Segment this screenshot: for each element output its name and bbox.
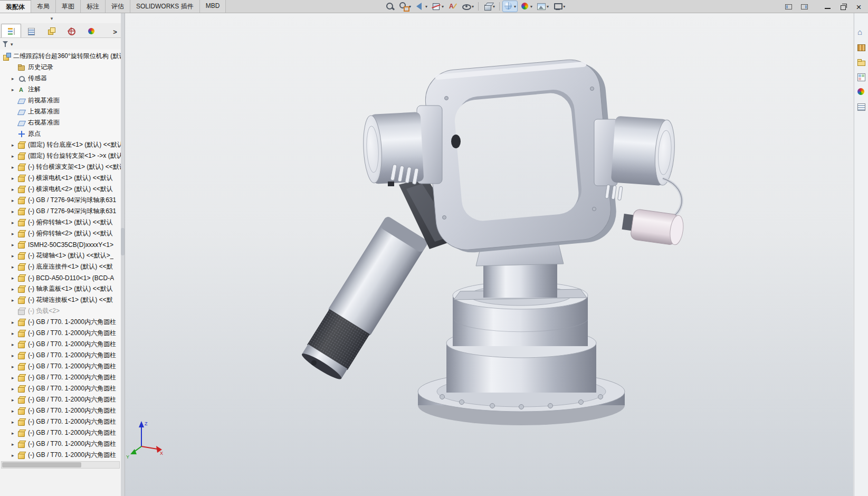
panel-splitter[interactable] bbox=[121, 13, 125, 496]
expand-arrow-icon[interactable] bbox=[12, 220, 18, 225]
tree-item[interactable]: (-) GB / T70. 1-2000内六角圆柱 bbox=[0, 372, 121, 383]
expand-arrow-icon[interactable] bbox=[12, 453, 18, 458]
expand-arrow-icon[interactable] bbox=[12, 320, 18, 325]
panel-tab-displaymanager[interactable] bbox=[81, 24, 101, 37]
expand-arrow-icon[interactable] bbox=[12, 231, 18, 236]
model-left-motor[interactable] bbox=[362, 106, 442, 186]
tree-item[interactable]: (-) GB / T70. 1-2000内六角圆柱 bbox=[0, 416, 121, 427]
filter-dropdown-icon[interactable] bbox=[11, 40, 13, 47]
viewport-3d-model[interactable]: Z X Y bbox=[125, 13, 853, 496]
expand-arrow-icon[interactable] bbox=[12, 397, 18, 403]
tree-item[interactable]: (-) BCD-A50-D110<1> (BCD-A bbox=[0, 272, 121, 283]
custom-properties-button[interactable] bbox=[855, 100, 867, 112]
apply-scene-button[interactable] bbox=[535, 1, 550, 12]
expand-arrow-icon[interactable] bbox=[12, 331, 18, 336]
tree-item[interactable]: (-) GB / T70. 1-2000内六角圆柱 bbox=[0, 361, 121, 372]
ribbon-tab[interactable]: 草图 bbox=[56, 0, 81, 13]
tree-item[interactable]: (-) GB / T70. 1-2000内六角圆柱 bbox=[0, 427, 121, 438]
ribbon-tab[interactable]: SOLIDWORKS 插件 bbox=[130, 0, 200, 13]
zoom-to-area-button[interactable] bbox=[397, 1, 413, 12]
expand-arrow-icon[interactable] bbox=[12, 76, 18, 81]
tree-item[interactable]: (固定) 转台旋转支架<1> ->x (默认 bbox=[0, 150, 121, 161]
view-palette-button[interactable] bbox=[855, 71, 867, 83]
dropdown-arrow-icon[interactable] bbox=[563, 4, 565, 9]
tree-item[interactable]: (-) GB / T70. 1-2000内六角圆柱 bbox=[0, 350, 121, 361]
model-pitch-motor-arm[interactable] bbox=[299, 215, 429, 383]
model-base[interactable] bbox=[418, 282, 625, 425]
view-settings-button[interactable] bbox=[551, 1, 567, 12]
tree-item[interactable]: (-) GB / T70. 1-2000内六角圆柱 bbox=[0, 317, 121, 328]
model-gimbal-frame[interactable] bbox=[423, 57, 619, 255]
dropdown-arrow-icon[interactable] bbox=[442, 4, 444, 9]
tree-item[interactable]: (-) GB / T70. 1-2000内六角圆柱 bbox=[0, 339, 121, 350]
dropdown-arrow-icon[interactable] bbox=[472, 4, 474, 9]
dropdown-arrow-icon[interactable] bbox=[530, 4, 532, 9]
zoom-to-fit-button[interactable] bbox=[384, 1, 396, 12]
tree-item[interactable]: (固定) 转台底座<1> (默认) <<默认 bbox=[0, 139, 121, 150]
dropdown-arrow-icon[interactable] bbox=[493, 4, 495, 9]
expand-arrow-icon[interactable] bbox=[12, 142, 18, 148]
tree-item[interactable]: (-) 花键轴<1> (默认) <<默认>_ bbox=[0, 250, 121, 261]
tree-item[interactable]: (-) GB / T70. 1-2000内六角圆柱 bbox=[0, 438, 121, 450]
expand-arrow-icon[interactable] bbox=[12, 264, 18, 270]
view-orientation-button[interactable] bbox=[502, 1, 518, 12]
appearances-scenes-button[interactable] bbox=[855, 85, 867, 98]
minimize-button[interactable] bbox=[819, 1, 835, 13]
ribbon-tab[interactable]: 布局 bbox=[31, 0, 56, 13]
tree-item[interactable]: (-) GB / T70. 1-2000内六角圆柱 bbox=[0, 328, 121, 339]
expand-arrow-icon[interactable] bbox=[12, 353, 18, 358]
expand-arrow-icon[interactable] bbox=[12, 176, 18, 181]
tree-item[interactable]: (-) GB / T70. 1-2000内六角圆柱 bbox=[0, 383, 121, 394]
dropdown-arrow-icon[interactable] bbox=[425, 4, 427, 9]
tree-item[interactable]: (-) GB / T276-94深沟球轴承631 bbox=[0, 206, 121, 217]
ribbon-tab[interactable]: 标注 bbox=[81, 0, 106, 13]
expand-arrow-icon[interactable] bbox=[12, 442, 18, 447]
pane-left-button[interactable] bbox=[780, 1, 796, 13]
panel-tabs-overflow-button[interactable] bbox=[110, 26, 120, 37]
expand-arrow-icon[interactable] bbox=[12, 198, 18, 203]
solidworks-resources-button[interactable] bbox=[855, 26, 867, 39]
expand-arrow-icon[interactable] bbox=[12, 253, 18, 259]
pane-right-button[interactable] bbox=[796, 1, 812, 13]
expand-arrow-icon[interactable] bbox=[12, 386, 18, 392]
tree-item[interactable]: (-) 俯仰转轴<2> (默认) <<默认 bbox=[0, 228, 121, 239]
expand-arrow-icon[interactable] bbox=[12, 275, 18, 281]
tree-item[interactable]: 注解 bbox=[0, 84, 121, 95]
expand-arrow-icon[interactable] bbox=[12, 154, 18, 159]
expand-arrow-icon[interactable] bbox=[12, 431, 18, 436]
tree-item[interactable]: (-) 负载<2> bbox=[0, 306, 121, 317]
ribbon-tab[interactable]: MBD bbox=[200, 0, 226, 13]
display-style-button[interactable] bbox=[481, 1, 497, 12]
tree-item[interactable]: 历史记录 bbox=[0, 62, 121, 73]
expand-arrow-icon[interactable] bbox=[12, 165, 18, 170]
tree-item[interactable]: (-) 花键连接板<1> (默认) <<默 bbox=[0, 294, 121, 306]
ribbon-tab[interactable]: 评估 bbox=[106, 0, 130, 13]
expand-arrow-icon[interactable] bbox=[12, 187, 18, 192]
close-button[interactable] bbox=[851, 1, 867, 13]
tree-item[interactable]: 右视基准面 bbox=[0, 117, 121, 128]
tree-item[interactable]: (-) 俯仰转轴<1> (默认) <<默认 bbox=[0, 217, 121, 228]
tree-item[interactable]: 前视基准面 bbox=[0, 95, 121, 106]
dropdown-arrow-icon[interactable] bbox=[547, 4, 549, 9]
expand-arrow-icon[interactable] bbox=[12, 419, 18, 425]
tree-item[interactable]: ISMH2-50C35CB(D)xxxxY<1> bbox=[0, 239, 121, 250]
dynamic-annotation-views-button[interactable] bbox=[446, 1, 459, 12]
tree-item[interactable]: 传感器 bbox=[0, 73, 121, 84]
previous-view-button[interactable] bbox=[414, 1, 429, 12]
design-library-button[interactable] bbox=[855, 41, 867, 53]
scrollbar-thumb[interactable] bbox=[2, 462, 81, 468]
panel-tab-propertymanager[interactable] bbox=[21, 24, 41, 37]
tree-item[interactable]: (-) GB / T70. 1-2000内六角圆柱 bbox=[0, 450, 121, 461]
expand-arrow-icon[interactable] bbox=[12, 242, 18, 247]
tree-item[interactable]: (-) GB / T70. 1-2000内六角圆柱 bbox=[0, 394, 121, 405]
expand-arrow-icon[interactable] bbox=[12, 342, 18, 347]
tree-item[interactable]: (-) 横滚电机<1> (默认) <<默认 bbox=[0, 173, 121, 184]
panel-tab-featuremanager[interactable] bbox=[1, 24, 21, 37]
expand-arrow-icon[interactable] bbox=[12, 375, 18, 380]
expand-arrow-icon[interactable] bbox=[12, 287, 18, 292]
expand-arrow-icon[interactable] bbox=[12, 364, 18, 369]
tree-item[interactable]: 上视基准面 bbox=[0, 106, 121, 117]
file-explorer-button[interactable] bbox=[855, 56, 867, 68]
dropdown-arrow-icon[interactable] bbox=[514, 4, 516, 9]
ribbon-tab[interactable]: 装配体 bbox=[0, 0, 31, 13]
